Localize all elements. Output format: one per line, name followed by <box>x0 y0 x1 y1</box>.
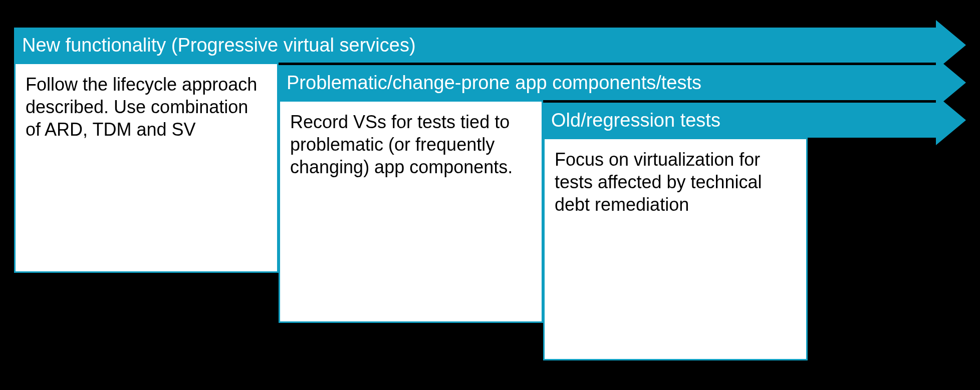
arrow-band-1: New functionality (Progressive virtual s… <box>14 28 936 63</box>
arrow-title-2: Problematic/change-prone app components/… <box>279 65 936 100</box>
arrow-title-3: Old/regression tests <box>543 103 936 138</box>
arrow-band-2: Problematic/change-prone app components/… <box>279 65 936 100</box>
body-box-1: Follow the lifecycle approach described.… <box>14 63 279 273</box>
arrow-band-3: Old/regression tests <box>543 103 936 138</box>
body-text-1: Follow the lifecycle approach described.… <box>16 64 277 141</box>
body-text-3: Focus on virtualization for tests affect… <box>545 139 806 216</box>
body-box-3: Focus on virtualization for tests affect… <box>543 138 808 360</box>
body-text-2: Record VSs for tests tied to problematic… <box>280 102 542 178</box>
diagram-stage: New functionality (Progressive virtual s… <box>0 0 980 390</box>
body-box-2: Record VSs for tests tied to problematic… <box>279 100 543 323</box>
arrow-title-1: New functionality (Progressive virtual s… <box>14 28 936 63</box>
